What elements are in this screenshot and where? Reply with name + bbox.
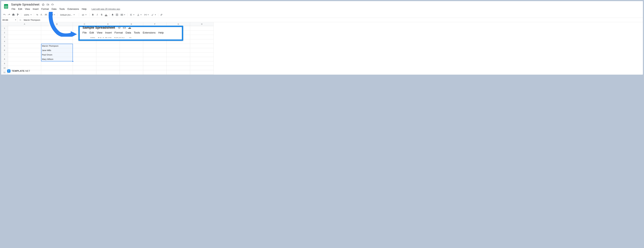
cell[interactable] xyxy=(120,44,143,48)
selection-handle[interactable] xyxy=(72,61,74,62)
cell[interactable]: Marvin Thompson xyxy=(41,44,73,48)
cell[interactable] xyxy=(96,48,120,52)
cell[interactable] xyxy=(8,39,41,44)
row-header[interactable]: 8 xyxy=(1,57,8,62)
cell[interactable] xyxy=(190,70,214,74)
text-wrap-dropdown[interactable] xyxy=(143,13,150,17)
insert-link-icon[interactable] xyxy=(159,13,164,17)
menu-data[interactable]: Data xyxy=(50,7,58,11)
cell[interactable] xyxy=(190,66,214,70)
doc-title[interactable]: Sample Spreadsheet xyxy=(10,2,40,6)
row-header[interactable]: 3 xyxy=(1,35,8,39)
row-header[interactable]: 5 xyxy=(1,44,8,48)
cell[interactable] xyxy=(41,26,73,30)
row-header[interactable]: 10 xyxy=(1,66,8,70)
cell[interactable] xyxy=(73,44,96,48)
font-size-dropdown[interactable]: 10 xyxy=(80,13,88,17)
menu-extensions[interactable]: Extensions xyxy=(66,7,80,11)
cell[interactable]: Jane Mills xyxy=(41,48,73,52)
increase-decimal-button[interactable]: .00→ xyxy=(44,13,48,17)
cell[interactable] xyxy=(190,26,214,30)
cell[interactable] xyxy=(167,44,190,48)
menu-file[interactable]: File xyxy=(10,7,16,11)
cell[interactable] xyxy=(73,57,96,62)
cell[interactable] xyxy=(8,48,41,52)
cell[interactable] xyxy=(143,57,167,62)
menu-format[interactable]: Format xyxy=(40,7,50,11)
horizontal-align-dropdown[interactable] xyxy=(128,13,136,17)
cell[interactable] xyxy=(167,62,190,66)
cell[interactable] xyxy=(8,62,41,66)
menu-view[interactable]: View xyxy=(24,7,31,11)
paint-format-icon[interactable] xyxy=(16,13,20,17)
cell[interactable] xyxy=(41,30,73,35)
cell[interactable] xyxy=(73,70,96,74)
cell[interactable] xyxy=(8,57,41,62)
menu-edit[interactable]: Edit xyxy=(17,7,23,11)
strikethrough-button[interactable]: S xyxy=(100,13,104,17)
cell[interactable] xyxy=(167,52,190,57)
redo-icon[interactable] xyxy=(7,13,11,17)
menu-tools[interactable]: Tools xyxy=(58,7,66,11)
col-header[interactable]: F xyxy=(143,22,167,26)
text-color-button[interactable]: A xyxy=(104,13,108,17)
cell[interactable] xyxy=(96,70,120,74)
vertical-align-dropdown[interactable] xyxy=(136,13,143,17)
cell[interactable] xyxy=(167,48,190,52)
cell[interactable] xyxy=(41,39,73,44)
star-icon[interactable] xyxy=(42,3,44,6)
row-header[interactable]: 7 xyxy=(1,52,8,57)
zoom-dropdown[interactable]: 100% xyxy=(22,13,33,17)
cell[interactable] xyxy=(8,52,41,57)
row-header[interactable]: 2 xyxy=(1,30,8,35)
row-header[interactable]: 6 xyxy=(1,48,8,52)
move-folder-icon[interactable] xyxy=(46,3,49,6)
col-header[interactable]: A xyxy=(8,22,41,26)
cell[interactable] xyxy=(167,70,190,74)
cell[interactable] xyxy=(73,52,96,57)
fill-color-button[interactable] xyxy=(110,13,115,17)
cell[interactable] xyxy=(120,52,143,57)
cell[interactable] xyxy=(167,57,190,62)
borders-button[interactable] xyxy=(115,13,119,17)
cell[interactable] xyxy=(190,52,214,57)
font-family-dropdown[interactable]: Default (Ari... xyxy=(58,13,78,17)
cell[interactable] xyxy=(8,26,41,30)
cell[interactable] xyxy=(96,66,120,70)
bold-button[interactable]: B xyxy=(91,13,95,17)
cell[interactable] xyxy=(190,39,214,44)
cell[interactable] xyxy=(143,70,167,74)
last-edit-link[interactable]: Last edit was 29 minutes ago xyxy=(92,8,120,10)
cell[interactable] xyxy=(143,44,167,48)
cell[interactable] xyxy=(143,52,167,57)
cell[interactable] xyxy=(73,66,96,70)
cell[interactable] xyxy=(8,35,41,39)
print-icon[interactable] xyxy=(11,13,16,17)
more-formats-dropdown[interactable]: 123 xyxy=(49,13,56,17)
col-header[interactable]: D xyxy=(96,22,120,26)
cell[interactable] xyxy=(143,62,167,66)
cloud-status-icon[interactable] xyxy=(51,3,54,6)
cell[interactable]: Mary Wilson xyxy=(41,57,73,62)
cell[interactable] xyxy=(143,48,167,52)
cell[interactable] xyxy=(143,66,167,70)
cell[interactable] xyxy=(41,70,73,74)
menu-help[interactable]: Help xyxy=(80,7,88,11)
select-all-corner[interactable] xyxy=(1,22,8,26)
row-header[interactable]: 1 xyxy=(1,26,8,30)
cell[interactable] xyxy=(8,30,41,35)
name-box[interactable]: B5:B8 xyxy=(1,18,18,22)
cell[interactable]: Paul Orson xyxy=(41,52,73,57)
cell[interactable] xyxy=(96,62,120,66)
cell[interactable] xyxy=(8,44,41,48)
decrease-decimal-button[interactable]: .0← xyxy=(40,13,44,17)
cell[interactable] xyxy=(41,35,73,39)
cell[interactable] xyxy=(190,57,214,62)
text-rotation-dropdown[interactable] xyxy=(150,13,157,17)
col-header[interactable]: C xyxy=(73,22,96,26)
col-header[interactable]: G xyxy=(167,22,190,26)
cell[interactable] xyxy=(41,62,73,66)
row-header[interactable]: 4 xyxy=(1,39,8,44)
format-percent-button[interactable]: % xyxy=(35,13,39,17)
sheets-logo[interactable] xyxy=(3,2,9,10)
